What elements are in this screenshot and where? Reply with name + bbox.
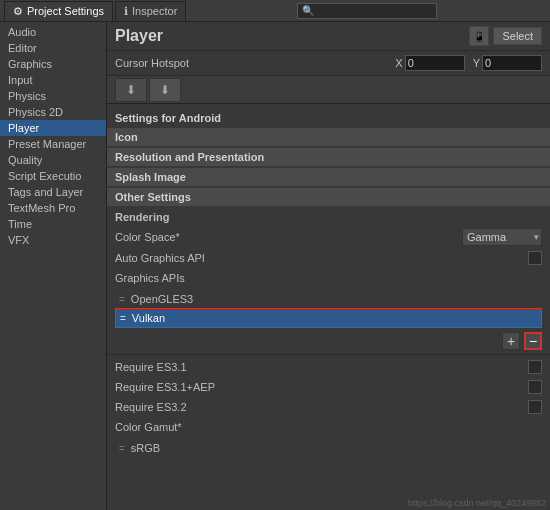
sidebar-item-script-execution[interactable]: Script Executio xyxy=(0,168,106,184)
sidebar-item-audio[interactable]: Audio xyxy=(0,24,106,40)
auto-graphics-checkbox[interactable] xyxy=(528,251,542,265)
search-input[interactable] xyxy=(316,5,432,16)
color-space-dropdown[interactable]: Gamma Linear xyxy=(462,228,542,246)
sidebar-item-player[interactable]: Player xyxy=(0,120,106,136)
resolution-section-header[interactable]: Resolution and Presentation xyxy=(107,148,550,166)
sidebar-item-preset-manager[interactable]: Preset Manager xyxy=(0,136,106,152)
sidebar-item-physics2d[interactable]: Physics 2D xyxy=(0,104,106,120)
platform-tab-1[interactable]: ⬇ xyxy=(115,78,147,102)
sidebar-item-textmesh-pro[interactable]: TextMesh Pro xyxy=(0,200,106,216)
require-es31-row: Require ES3.1 xyxy=(107,357,550,377)
select-button[interactable]: Select xyxy=(493,27,542,45)
tab-project-settings[interactable]: ⚙ Project Settings xyxy=(4,1,113,21)
sidebar-item-editor[interactable]: Editor xyxy=(0,40,106,56)
drag-handle-icon-3: = xyxy=(119,443,125,454)
tab-inspector-label: Inspector xyxy=(132,5,177,17)
platform-tabs: ⬇ ⬇ xyxy=(107,76,550,104)
color-gamut-list: = sRGB xyxy=(107,437,550,459)
require-es32-checkbox[interactable] xyxy=(528,400,542,414)
sidebar-item-quality[interactable]: Quality xyxy=(0,152,106,168)
download-icon: ⬇ xyxy=(126,83,136,97)
tab-bar: ⚙ Project Settings ℹ Inspector 🔍 xyxy=(0,0,550,22)
platform-tab-android[interactable]: ⬇ xyxy=(149,78,181,102)
icon-section-header[interactable]: Icon xyxy=(107,128,550,146)
rendering-section-label: Rendering xyxy=(107,208,550,226)
gear-icon: ⚙ xyxy=(13,5,23,18)
remove-api-button[interactable]: − xyxy=(524,332,542,350)
graphics-api-list: = OpenGLES3 = Vulkan xyxy=(107,288,550,330)
y-label: Y xyxy=(473,57,480,69)
tab-project-settings-label: Project Settings xyxy=(27,5,104,17)
gamut-item-srgb[interactable]: = sRGB xyxy=(115,439,542,457)
sidebar-item-time[interactable]: Time xyxy=(0,216,106,232)
sidebar: Audio Editor Graphics Input Physics Phys… xyxy=(0,22,107,510)
add-api-button[interactable]: + xyxy=(502,332,520,350)
sidebar-item-input[interactable]: Input xyxy=(0,72,106,88)
cursor-hotspot-label: Cursor Hotspot xyxy=(115,57,387,69)
api-list-toolbar: + − xyxy=(107,330,550,352)
settings-area: Settings for Android Icon Resolution and… xyxy=(107,104,550,510)
x-label: X xyxy=(395,57,402,69)
color-gamut-label-row: Color Gamut* xyxy=(107,417,550,437)
require-es32-row: Require ES3.2 xyxy=(107,397,550,417)
drag-handle-icon: = xyxy=(119,294,125,305)
graphics-apis-label-row: Graphics APIs xyxy=(107,268,550,288)
auto-graphics-api-row: Auto Graphics API xyxy=(107,248,550,268)
y-input[interactable] xyxy=(482,55,542,71)
sidebar-item-graphics[interactable]: Graphics xyxy=(0,56,106,72)
other-settings-section-header[interactable]: Other Settings xyxy=(107,188,550,206)
android-icon: ⬇ xyxy=(160,83,170,97)
tab-inspector[interactable]: ℹ Inspector xyxy=(115,1,186,21)
icon-panel-icon: 📱 xyxy=(469,26,489,46)
sidebar-item-vfx[interactable]: VFX xyxy=(0,232,106,248)
settings-for-android-label: Settings for Android xyxy=(107,108,550,128)
api-item-opengles3[interactable]: = OpenGLES3 xyxy=(115,290,542,308)
x-input[interactable] xyxy=(405,55,465,71)
info-icon: ℹ xyxy=(124,5,128,18)
drag-handle-icon-2: = xyxy=(120,313,126,324)
require-es31-checkbox[interactable] xyxy=(528,360,542,374)
sidebar-item-physics[interactable]: Physics xyxy=(0,88,106,104)
sidebar-item-tags-and-layers[interactable]: Tags and Layer xyxy=(0,184,106,200)
api-item-vulkan[interactable]: = Vulkan xyxy=(115,308,542,328)
page-title: Player xyxy=(115,27,163,45)
require-es31-aep-checkbox[interactable] xyxy=(528,380,542,394)
search-icon: 🔍 xyxy=(302,5,314,16)
color-space-row: Color Space* Gamma Linear ▾ xyxy=(107,226,550,248)
splash-section-header[interactable]: Splash Image xyxy=(107,168,550,186)
require-es31-aep-row: Require ES3.1+AEP xyxy=(107,377,550,397)
